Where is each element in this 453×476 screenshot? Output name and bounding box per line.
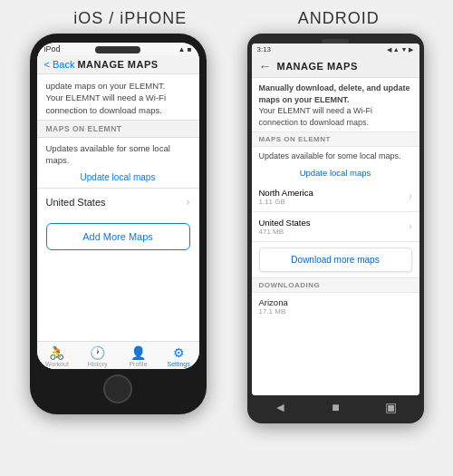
ios-status-time: 4:16 PM bbox=[104, 44, 135, 53]
android-us-chevron-icon: › bbox=[409, 221, 411, 231]
ios-list-item-us[interactable]: United States › bbox=[37, 188, 199, 216]
android-back-button[interactable]: ← bbox=[259, 59, 272, 73]
settings-icon: ⚙ bbox=[173, 345, 185, 360]
ios-add-maps-button[interactable]: Add More Maps bbox=[46, 223, 190, 250]
android-us-size: 471 MB bbox=[259, 228, 311, 236]
android-us-label: United States bbox=[259, 218, 311, 228]
android-north-america-label: North America bbox=[259, 188, 313, 198]
ios-tab-settings-label: Settings bbox=[167, 361, 189, 367]
android-arizona-size: 17.1 MB bbox=[259, 307, 412, 316]
android-recents-soft-button[interactable]: ▣ bbox=[385, 400, 397, 414]
history-icon: 🕐 bbox=[90, 345, 105, 360]
android-list-item-us[interactable]: United States 471 MB › bbox=[252, 212, 419, 242]
android-device: 3:13 ◀ ▲ ▼ ▶ ← MANAGE MAPS Manually down… bbox=[247, 34, 424, 423]
ios-tab-profile-label: Profile bbox=[129, 361, 147, 367]
ios-status-icons: ▲ ■ bbox=[178, 45, 192, 53]
ios-chevron-icon: › bbox=[187, 196, 190, 209]
ios-wifi-text: Your ELEMNT will need a Wi-Fi connection… bbox=[46, 92, 167, 114]
android-label: ANDROID bbox=[298, 9, 380, 28]
android-back-soft-button[interactable]: ◄ bbox=[274, 400, 286, 414]
android-downloading-header: DOWNLOADING bbox=[252, 277, 419, 293]
android-north-america-size: 1.11 GB bbox=[259, 198, 313, 206]
android-arizona-label: Arizona bbox=[259, 297, 412, 307]
ios-status-bar: iPod 4:16 PM ▲ ■ bbox=[37, 43, 199, 55]
ios-content: update maps on your ELEMNT. Your ELEMNT … bbox=[37, 74, 199, 341]
iphone-device: iPod 4:16 PM ▲ ■ < Back MANAGE MAPS upda… bbox=[30, 34, 207, 414]
phones-container: iPod 4:16 PM ▲ ■ < Back MANAGE MAPS upda… bbox=[0, 34, 453, 476]
ios-updates-text: Updates available for some local maps. bbox=[37, 138, 199, 171]
android-north-america-chevron-icon: › bbox=[409, 191, 411, 201]
android-top-text: Manually download, delete, and update ma… bbox=[252, 78, 419, 132]
android-content: Manually download, delete, and update ma… bbox=[252, 78, 419, 395]
android-download-button[interactable]: Download more maps bbox=[259, 248, 412, 272]
android-north-america-inner: North America 1.11 GB bbox=[259, 188, 313, 206]
ios-tab-workout[interactable]: 🚴 Workout bbox=[37, 345, 78, 367]
android-top-bold: Manually download, delete, and update ma… bbox=[259, 83, 410, 104]
android-status-icons: ◀ ▲ ▼ ▶ bbox=[387, 46, 414, 53]
android-us-inner: United States 471 MB bbox=[259, 218, 311, 236]
ios-maps-section-header: MAPS ON ELEMNT bbox=[37, 121, 199, 138]
android-downloading-item: Arizona 17.1 MB bbox=[252, 293, 419, 320]
iphone-home-button[interactable] bbox=[103, 374, 132, 403]
android-home-soft-button[interactable]: ■ bbox=[332, 400, 339, 414]
iphone-screen: iPod 4:16 PM ▲ ■ < Back MANAGE MAPS upda… bbox=[37, 43, 199, 369]
ios-back-button[interactable]: < Back bbox=[44, 59, 75, 70]
ios-tab-settings[interactable]: ⚙ Settings bbox=[159, 345, 199, 367]
ios-us-label: United States bbox=[46, 197, 106, 208]
android-updates-text: Updates available for some local maps. bbox=[252, 147, 419, 166]
ios-nav-bar: < Back MANAGE MAPS bbox=[37, 55, 199, 74]
ios-nav-title: MANAGE MAPS bbox=[77, 59, 158, 70]
ios-tab-history-label: History bbox=[88, 361, 108, 367]
workout-icon: 🚴 bbox=[49, 345, 64, 360]
iphone-bottom bbox=[37, 369, 199, 405]
android-maps-section-header: MAPS ON ELEMNT bbox=[252, 132, 419, 147]
ios-top-text-content: update maps on your ELEMNT. bbox=[46, 81, 166, 91]
ios-tab-workout-label: Workout bbox=[45, 361, 69, 367]
profile-icon: 👤 bbox=[130, 345, 146, 360]
android-nav-bar: ← MANAGE MAPS bbox=[252, 55, 419, 78]
ios-update-link[interactable]: Update local maps bbox=[37, 170, 199, 188]
android-list-item-north-america[interactable]: North America 1.11 GB › bbox=[252, 182, 419, 212]
ios-status-carrier: iPod bbox=[44, 44, 61, 53]
ios-top-text: update maps on your ELEMNT. Your ELEMNT … bbox=[37, 74, 199, 121]
android-bottom-bar: ◄ ■ ▣ bbox=[252, 395, 419, 416]
android-nav-title: MANAGE MAPS bbox=[277, 61, 358, 72]
android-status-bar: 3:13 ◀ ▲ ▼ ▶ bbox=[252, 44, 419, 55]
ios-tab-bar: 🚴 Workout 🕐 History 👤 Profile ⚙ Settings bbox=[37, 341, 199, 369]
ios-tab-profile[interactable]: 👤 Profile bbox=[118, 345, 159, 367]
android-update-link[interactable]: Update local maps bbox=[252, 166, 419, 182]
ios-tab-history[interactable]: 🕐 History bbox=[77, 345, 118, 367]
ios-label: iOS / iPHONE bbox=[73, 9, 187, 28]
android-status-time: 3:13 bbox=[257, 45, 272, 53]
android-screen: 3:13 ◀ ▲ ▼ ▶ ← MANAGE MAPS Manually down… bbox=[252, 44, 419, 395]
android-wifi-text: Your ELEMNT will need a Wi-Fi connection… bbox=[259, 106, 373, 127]
